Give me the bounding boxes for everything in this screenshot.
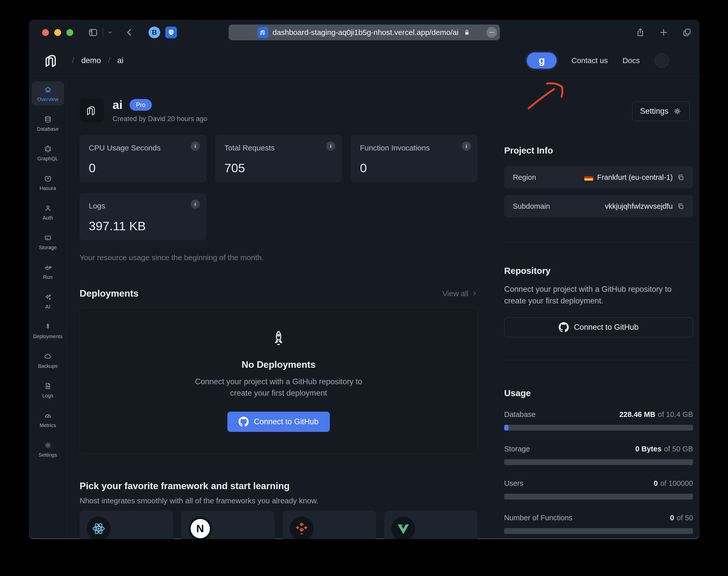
metric-card-logs: Logs i 397.11 KB bbox=[80, 193, 206, 240]
region-label: Region bbox=[513, 173, 536, 182]
metric-card-requests: Total Requests i 705 bbox=[215, 135, 342, 182]
docker-icon bbox=[44, 263, 52, 271]
progress-bar bbox=[504, 425, 693, 431]
view-all-link[interactable]: View all bbox=[442, 289, 478, 298]
sidebar-item-auth[interactable]: Auth bbox=[32, 200, 64, 224]
info-icon[interactable]: i bbox=[462, 142, 471, 151]
sidebar-item-label: GraphQL bbox=[37, 156, 58, 162]
feedback-button[interactable]: g bbox=[527, 52, 557, 69]
repository-description: Connect your project with a GitHub repos… bbox=[504, 283, 693, 307]
database-icon bbox=[44, 115, 52, 123]
metric-value: 705 bbox=[224, 161, 245, 175]
framework-card-vue[interactable] bbox=[384, 511, 478, 539]
deployments-title: Deployments bbox=[80, 288, 138, 299]
user-avatar[interactable] bbox=[654, 53, 669, 68]
annotation-arrow bbox=[523, 78, 599, 124]
breadcrumb-project[interactable]: demo bbox=[81, 56, 101, 65]
empty-state-line1: Connect your project with a GitHub repos… bbox=[195, 376, 362, 387]
info-icon[interactable]: i bbox=[191, 200, 200, 209]
sidebar-item-metrics[interactable]: Metrics bbox=[32, 408, 64, 431]
sidebar-item-label: Logs bbox=[42, 393, 53, 399]
url-text: dashboard-staging-aq0ji1b5g-nhost.vercel… bbox=[272, 28, 459, 37]
sidebar-item-database[interactable]: Database bbox=[32, 111, 64, 135]
docs-link[interactable]: Docs bbox=[623, 56, 640, 65]
chevron-down-icon[interactable] bbox=[107, 29, 113, 36]
minimize-window-button[interactable] bbox=[54, 29, 61, 36]
browser-extension-b-icon[interactable]: B bbox=[149, 27, 160, 38]
cloud-icon bbox=[44, 352, 52, 361]
home-icon bbox=[44, 86, 52, 94]
sidebar-item-label: Backups bbox=[38, 363, 57, 369]
nhost-logo-icon[interactable] bbox=[42, 51, 61, 70]
connect-github-button[interactable]: Connect to GitHub bbox=[227, 412, 329, 432]
framework-card-redwoodjs[interactable] bbox=[282, 511, 376, 539]
close-window-button[interactable] bbox=[42, 29, 49, 36]
metric-cards: CPU Usage Seconds i 0 Total Requests i 7… bbox=[80, 135, 478, 240]
empty-state-line2: create your first deployment bbox=[195, 387, 362, 399]
sidebar-item-graphql[interactable]: GraphQL bbox=[32, 141, 64, 165]
metric-card-cpu: CPU Usage Seconds i 0 bbox=[80, 135, 206, 182]
sidebar-item-logs[interactable]: Logs bbox=[32, 378, 64, 402]
contact-us-link[interactable]: Contact us bbox=[571, 56, 608, 65]
copy-region-icon[interactable] bbox=[677, 174, 684, 181]
usage-label: Database bbox=[504, 410, 536, 419]
sidebar-item-deployments[interactable]: Deployments bbox=[32, 319, 64, 342]
gear-icon bbox=[673, 107, 682, 116]
project-created-text: Created by David 20 hours ago bbox=[112, 115, 207, 123]
page-options-icon[interactable] bbox=[486, 27, 497, 38]
usage-label: Number of Functions bbox=[504, 514, 572, 522]
project-settings-button[interactable]: Settings bbox=[632, 101, 690, 121]
info-icon[interactable]: i bbox=[326, 142, 335, 151]
usage-label: Users bbox=[504, 479, 523, 488]
usage-used: 0 bbox=[654, 479, 658, 488]
sidebar-item-label: Overview bbox=[37, 96, 58, 102]
copy-subdomain-icon[interactable] bbox=[677, 202, 684, 210]
usage-row-storage: Storage 0 Bytes of 50 GB bbox=[504, 445, 693, 465]
project-info-title: Project Info bbox=[504, 145, 693, 155]
sidebar-item-run[interactable]: Run bbox=[32, 259, 64, 283]
info-icon[interactable]: i bbox=[191, 142, 200, 151]
project-title: ai bbox=[112, 98, 123, 112]
tab-overview-icon[interactable] bbox=[682, 27, 692, 37]
breadcrumb-app[interactable]: ai bbox=[117, 56, 124, 65]
usage-used: 0 Bytes bbox=[635, 445, 661, 453]
sidebar-item-backups[interactable]: Backups bbox=[32, 348, 64, 372]
share-icon[interactable] bbox=[635, 27, 645, 37]
view-all-label: View all bbox=[442, 289, 468, 298]
germany-flag-icon bbox=[584, 174, 593, 181]
deployments-empty-state: No Deployments Connect your project with… bbox=[80, 308, 478, 453]
address-bar[interactable]: dashboard-staging-aq0ji1b5g-nhost.vercel… bbox=[228, 25, 500, 40]
nextjs-icon: N bbox=[188, 517, 212, 539]
connect-github-label: Connect to GitHub bbox=[254, 417, 318, 426]
rocket-icon bbox=[268, 329, 289, 350]
plan-badge[interactable]: Pro bbox=[130, 99, 152, 111]
connect-github-outline-button[interactable]: Connect to GitHub bbox=[504, 317, 693, 337]
subdomain-value: vkkjujqhfwlzwvsejdfu bbox=[605, 202, 673, 210]
redwoodjs-icon bbox=[290, 517, 314, 539]
sidebar-item-ai[interactable]: AI bbox=[32, 289, 64, 313]
usage-limit: of 10.4 GB bbox=[658, 410, 693, 419]
usage-used: 228.46 MB bbox=[619, 410, 655, 419]
sidebar-toggle-icon[interactable] bbox=[88, 27, 98, 37]
sidebar-item-overview[interactable]: Overview bbox=[32, 82, 64, 105]
sidebar-item-storage[interactable]: Storage bbox=[32, 230, 64, 254]
sidebar-item-settings[interactable]: Settings bbox=[32, 437, 64, 461]
back-icon[interactable] bbox=[125, 27, 135, 37]
usage-row-users: Users 0 of 100000 bbox=[504, 479, 693, 499]
usage-row-functions: Number of Functions 0 of 50 bbox=[504, 514, 693, 534]
browser-window: B dashboard-staging-aq0ji1b5g-nhost.verc… bbox=[29, 20, 700, 539]
connect-github-label: Connect to GitHub bbox=[574, 323, 639, 332]
zoom-window-button[interactable] bbox=[66, 29, 73, 36]
new-tab-icon[interactable] bbox=[658, 27, 669, 37]
framework-card-react[interactable] bbox=[80, 511, 173, 539]
metric-title: Function Invocations bbox=[360, 144, 468, 152]
browser-extension-shield-icon[interactable] bbox=[165, 27, 177, 38]
sidebar-item-label: Storage bbox=[39, 245, 56, 251]
hasura-icon bbox=[44, 175, 52, 183]
sidebar-item-label: Metrics bbox=[39, 423, 56, 428]
region-row: Region Frankfurt (eu-central-1) bbox=[504, 166, 693, 189]
user-icon bbox=[44, 204, 52, 212]
framework-card-nextjs[interactable]: N bbox=[181, 511, 275, 539]
sidebar-item-hasura[interactable]: Hasura bbox=[32, 170, 64, 194]
progress-bar bbox=[504, 528, 693, 534]
